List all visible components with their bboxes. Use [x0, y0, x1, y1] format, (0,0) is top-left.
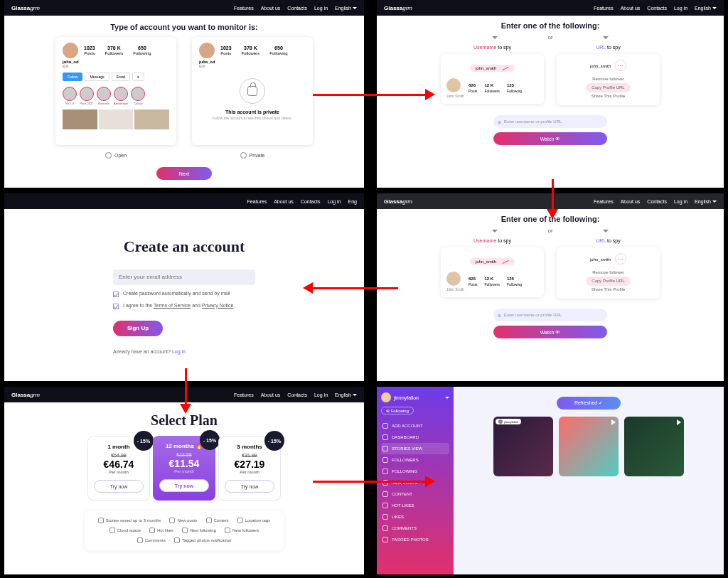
- share-link[interactable]: Share This Profile: [562, 286, 654, 294]
- nav-login[interactable]: Log in: [314, 6, 328, 11]
- sidebar-item-followers[interactable]: FOLLOWERS: [381, 454, 449, 466]
- copy-url-link[interactable]: Copy Profile URL: [586, 83, 630, 92]
- signup-button[interactable]: Sign Up: [113, 321, 163, 336]
- more-icon[interactable]: ⋯: [615, 253, 626, 264]
- sidebar-item-likes[interactable]: LIKES: [381, 511, 449, 523]
- nav-login[interactable]: Log in: [327, 199, 341, 204]
- username-card: john_smith John Smith 626Posts 12 KFollo…: [441, 54, 544, 104]
- story-highlight[interactable]: [80, 87, 94, 101]
- plan-1month[interactable]: - 15% 1 month €54.99 €46.74 Per month Tr…: [87, 436, 150, 501]
- message-button[interactable]: Message: [85, 73, 109, 81]
- private-account-card[interactable]: 1023Posts 378 KFollowers 650Following ju…: [192, 37, 313, 145]
- sidebar-item-content[interactable]: CONTENT: [381, 488, 449, 500]
- post-card[interactable]: [624, 417, 684, 476]
- watch-button[interactable]: Watch 👁: [493, 326, 607, 338]
- try-button[interactable]: Try now: [94, 480, 144, 493]
- sidebar-item-comments[interactable]: COMMENTS: [381, 523, 449, 534]
- nav-about[interactable]: About us: [261, 392, 281, 397]
- comment-icon: [382, 525, 388, 531]
- sidebar-item-add[interactable]: ADD ACCOUNT: [381, 420, 449, 432]
- radio-private[interactable]: Private: [240, 152, 265, 159]
- sidebar-item-hotlikes[interactable]: HOT LIKES: [381, 500, 449, 511]
- nav-contacts[interactable]: Contacts: [647, 6, 667, 11]
- nav-language[interactable]: English: [695, 6, 717, 11]
- nav-language[interactable]: Eng: [348, 199, 357, 204]
- nav-about[interactable]: About us: [621, 199, 641, 204]
- url-header: URL to spy: [557, 45, 660, 50]
- sidebar-user[interactable]: jimmyfallon: [381, 392, 449, 402]
- more-button[interactable]: ▾: [132, 73, 144, 81]
- nav-language[interactable]: English: [335, 392, 357, 397]
- story-highlight[interactable]: [131, 87, 145, 101]
- nav-features[interactable]: Features: [234, 392, 254, 397]
- nav-contacts[interactable]: Contacts: [287, 6, 307, 11]
- checkbox-terms[interactable]: I agree to the Terms of Service and Priv…: [113, 303, 255, 309]
- remove-follower-link[interactable]: Remove follower: [562, 269, 654, 277]
- next-button[interactable]: Next: [156, 167, 212, 180]
- nav-language[interactable]: English: [695, 199, 717, 204]
- nav-features[interactable]: Features: [594, 199, 614, 204]
- feature-icon: [109, 528, 115, 533]
- nav-language[interactable]: English: [335, 6, 357, 11]
- story-highlight[interactable]: [63, 87, 77, 101]
- story-icon: [382, 446, 388, 451]
- nav-about[interactable]: About us: [274, 199, 294, 204]
- checkbox-autopass[interactable]: Create password automatically and send b…: [113, 291, 255, 297]
- navbar: Glassagrm Features About us Contacts Log…: [4, 387, 364, 402]
- navbar: Glassagrm Features About us Contacts Log…: [4, 0, 364, 16]
- username-header: Username to spy: [441, 238, 544, 243]
- feature-icon: [149, 528, 155, 533]
- nav-features[interactable]: Features: [234, 6, 254, 11]
- try-button[interactable]: Try now: [225, 480, 274, 493]
- login-link[interactable]: Log in: [172, 349, 186, 354]
- avatar: [63, 43, 78, 58]
- story-highlight[interactable]: [114, 87, 128, 101]
- dashboard-main: Refreshed ✓ jimmyfallon: [454, 387, 724, 574]
- share-link[interactable]: Share This Profile: [562, 92, 654, 100]
- try-button[interactable]: Try now: [159, 479, 209, 492]
- avatar: [446, 272, 461, 286]
- open-account-card[interactable]: 1023Posts 378 KFollowers 650Following ju…: [55, 37, 176, 145]
- profile-input[interactable]: ⊕Enter username or profile URL: [493, 309, 607, 321]
- nav-login[interactable]: Log in: [674, 199, 687, 204]
- nav-about[interactable]: About us: [261, 6, 281, 11]
- nav-login[interactable]: Log in: [674, 6, 687, 11]
- remove-follower-link[interactable]: Remove follower: [562, 75, 654, 83]
- feature-icon: [137, 537, 143, 543]
- watch-button[interactable]: Watch 👁: [493, 132, 607, 145]
- radio-open[interactable]: Open: [105, 152, 127, 159]
- navbar: Features About us Contacts Log in Eng: [4, 193, 364, 209]
- sidebar-item-stories[interactable]: STORIES VIEW: [381, 443, 449, 454]
- post-card[interactable]: jimmyfallon: [493, 417, 553, 476]
- nav-contacts[interactable]: Contacts: [647, 199, 667, 204]
- page-title: Type of account you want to monitor is:: [4, 23, 364, 31]
- terms-link: Terms of Service: [154, 303, 191, 308]
- plan-3months[interactable]: - 15% 3 months €31.99 €27.19 Per month T…: [218, 436, 281, 501]
- username-pill: john_smith: [470, 258, 515, 265]
- sidebar-item-newposts[interactable]: NEW POSTS: [381, 477, 449, 488]
- plan-12months[interactable]: - 15% 12 months 🔥 €13.58 €11.54 Per mont…: [153, 436, 215, 501]
- email-field[interactable]: [113, 269, 255, 285]
- nav-features[interactable]: Features: [247, 199, 267, 204]
- story-highlight[interactable]: [97, 87, 111, 101]
- more-icon[interactable]: ⋯: [615, 60, 626, 71]
- feature-icon: [206, 518, 212, 523]
- nav-features[interactable]: Features: [594, 6, 614, 11]
- nav-about[interactable]: About us: [621, 6, 641, 11]
- nav-contacts[interactable]: Contacts: [301, 199, 321, 204]
- sidebar-item-tagged[interactable]: TAGGED PHOTOS: [381, 534, 449, 545]
- email-button[interactable]: Email: [112, 73, 131, 81]
- follow-button[interactable]: Follow: [63, 73, 82, 81]
- feature-icon: [169, 518, 175, 523]
- refresh-button[interactable]: Refreshed ✓: [557, 397, 621, 410]
- nav-login[interactable]: Log in: [314, 392, 328, 397]
- post-card[interactable]: [559, 417, 619, 476]
- chevron-down-icon: [492, 36, 498, 39]
- sidebar-item-following[interactable]: FOLLOWING: [381, 466, 449, 477]
- copy-url-link[interactable]: Copy Profile URL: [586, 277, 630, 286]
- nav-contacts[interactable]: Contacts: [287, 392, 307, 397]
- avatar: [381, 392, 391, 402]
- play-icon: [677, 419, 681, 425]
- profile-input[interactable]: ⊕Enter username or profile URL: [493, 115, 607, 128]
- sidebar-item-dashboard[interactable]: DASHBOARD: [381, 432, 449, 443]
